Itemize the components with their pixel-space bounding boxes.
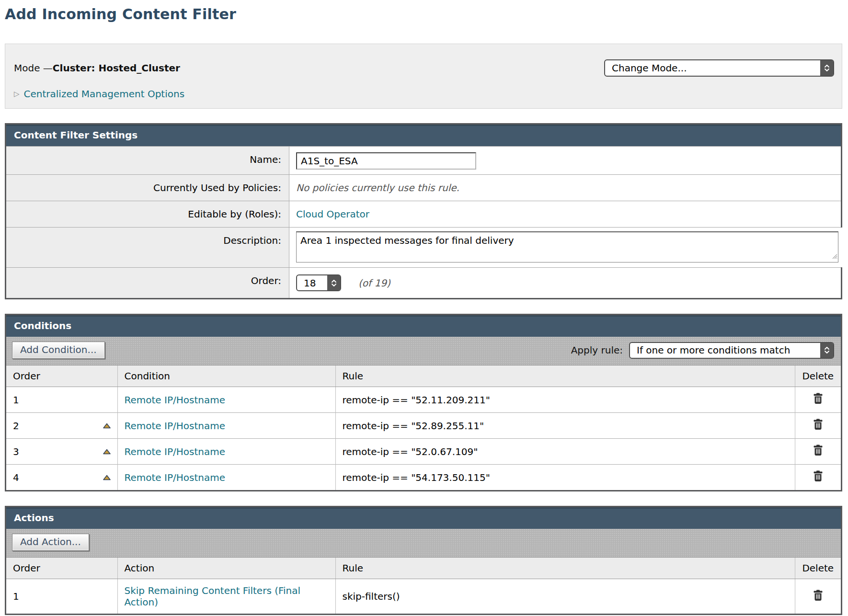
conditions-table: Order Condition Rule Delete 1 Remote IP/…	[6, 365, 841, 490]
policies-label: Currently Used by Policies:	[6, 175, 289, 201]
resize-grip-icon[interactable]	[831, 250, 837, 262]
actions-table: Order Action Rule Delete 1 Skip Remainin…	[6, 558, 841, 614]
action-link[interactable]: Skip Remaining Content Filters (Final Ac…	[125, 585, 301, 608]
apply-rule-label: Apply rule:	[571, 344, 623, 356]
policies-row: Currently Used by Policies: No policies …	[6, 174, 841, 201]
condition-rule: remote-ip == "52.89.255.11"	[343, 420, 484, 432]
column-header-delete: Delete	[795, 558, 841, 579]
action-order: 1	[13, 591, 19, 602]
description-label: Description:	[6, 228, 289, 267]
content-filter-settings-panel: Content Filter Settings Name: Currently …	[5, 123, 842, 299]
description-value: Area 1 inspected messages for final deli…	[300, 235, 514, 246]
move-up-button[interactable]	[103, 449, 111, 455]
change-mode-select-value: Change Mode...	[605, 62, 820, 74]
condition-order: 1	[13, 394, 19, 406]
delete-condition-button[interactable]	[813, 470, 823, 482]
actions-panel: Actions Add Action... Order Action Rule …	[5, 506, 842, 615]
conditions-toolbar: Add Condition... Apply rule: If one or m…	[6, 337, 841, 365]
column-header-action: Action	[117, 558, 335, 579]
condition-link[interactable]: Remote IP/Hostname	[125, 394, 225, 406]
conditions-panel: Conditions Add Condition... Apply rule: …	[5, 314, 842, 491]
roles-row: Editable by (Roles): Cloud Operator	[6, 201, 841, 227]
name-label: Name:	[6, 147, 289, 174]
delete-condition-button[interactable]	[813, 393, 823, 404]
mode-value: Cluster: Hosted_Cluster	[53, 62, 180, 74]
condition-row: 2 Remote IP/Hostname remote-ip == "52.89…	[6, 413, 841, 439]
apply-rule-select-value: If one or more conditions match	[630, 344, 820, 356]
select-spinner-icon	[327, 275, 340, 290]
condition-order: 2	[13, 420, 19, 432]
description-row: Description: Area 1 inspected messages f…	[6, 227, 841, 267]
roles-label: Editable by (Roles):	[6, 201, 289, 227]
move-up-icon	[103, 449, 111, 455]
move-up-icon	[103, 475, 111, 480]
order-total: (of 19)	[358, 277, 390, 289]
condition-row: 3 Remote IP/Hostname remote-ip == "52.0.…	[6, 439, 841, 465]
actions-panel-header: Actions	[6, 507, 841, 529]
trash-icon	[813, 393, 823, 404]
column-header-condition: Condition	[117, 365, 335, 387]
condition-row: 1 Remote IP/Hostname remote-ip == "52.11…	[6, 387, 841, 413]
action-row: 1 Skip Remaining Content Filters (Final …	[6, 579, 841, 614]
action-rule: skip-filters()	[343, 591, 400, 602]
settings-panel-header: Content Filter Settings	[6, 125, 841, 146]
column-header-order: Order	[6, 558, 117, 579]
apply-rule-select[interactable]: If one or more conditions match	[629, 342, 834, 359]
actions-header-row: Order Action Rule Delete	[6, 558, 841, 579]
column-header-rule: Rule	[335, 365, 795, 387]
trash-icon	[813, 445, 823, 456]
condition-order: 4	[13, 472, 19, 483]
trash-icon	[813, 590, 823, 601]
condition-link[interactable]: Remote IP/Hostname	[125, 472, 225, 483]
move-up-icon	[103, 423, 111, 429]
centralized-management-options-link[interactable]: Centralized Management Options	[24, 88, 185, 100]
column-header-delete: Delete	[795, 365, 841, 387]
column-header-rule: Rule	[335, 558, 795, 579]
name-row: Name:	[6, 146, 841, 174]
trash-icon	[813, 419, 823, 430]
policies-value: No policies currently use this rule.	[296, 180, 459, 194]
delete-condition-button[interactable]	[813, 419, 823, 430]
change-mode-select[interactable]: Change Mode...	[604, 59, 834, 77]
condition-link[interactable]: Remote IP/Hostname	[125, 446, 225, 457]
actions-toolbar: Add Action...	[6, 529, 841, 558]
order-select[interactable]: 18	[296, 274, 341, 291]
add-action-button[interactable]: Add Action...	[12, 534, 89, 551]
condition-link[interactable]: Remote IP/Hostname	[125, 420, 225, 432]
add-condition-button[interactable]: Add Condition...	[12, 342, 105, 359]
move-up-button[interactable]	[103, 475, 111, 480]
trash-icon	[813, 470, 823, 482]
mode-text: Mode —Cluster: Hosted_Cluster	[14, 62, 180, 74]
condition-rule: remote-ip == "52.11.209.211"	[343, 394, 490, 406]
condition-row: 4 Remote IP/Hostname remote-ip == "54.17…	[6, 465, 841, 491]
description-textarea[interactable]: Area 1 inspected messages for final deli…	[296, 231, 838, 262]
order-row: Order: 18 (of 19)	[6, 267, 841, 298]
select-spinner-icon	[820, 343, 833, 358]
condition-order: 3	[13, 446, 19, 457]
condition-rule: remote-ip == "52.0.67.109"	[343, 446, 478, 457]
conditions-panel-header: Conditions	[6, 315, 841, 337]
mode-box: Mode —Cluster: Hosted_Cluster Change Mod…	[5, 44, 842, 109]
expand-arrow-icon: ▷	[14, 91, 20, 98]
condition-rule: remote-ip == "54.173.50.115"	[343, 472, 490, 483]
column-header-order: Order	[6, 365, 117, 387]
conditions-header-row: Order Condition Rule Delete	[6, 365, 841, 387]
page-content: Add Incoming Content Filter Mode —Cluste…	[0, 0, 842, 616]
mode-label: Mode —	[14, 62, 53, 74]
order-label: Order:	[6, 268, 289, 298]
name-input[interactable]	[296, 152, 476, 170]
cloud-operator-link[interactable]: Cloud Operator	[296, 206, 369, 220]
page-title: Add Incoming Content Filter	[5, 6, 842, 23]
select-spinner-icon	[820, 60, 833, 76]
order-select-value: 18	[297, 277, 327, 289]
move-up-button[interactable]	[103, 423, 111, 429]
delete-action-button[interactable]	[813, 590, 823, 601]
delete-condition-button[interactable]	[813, 445, 823, 456]
